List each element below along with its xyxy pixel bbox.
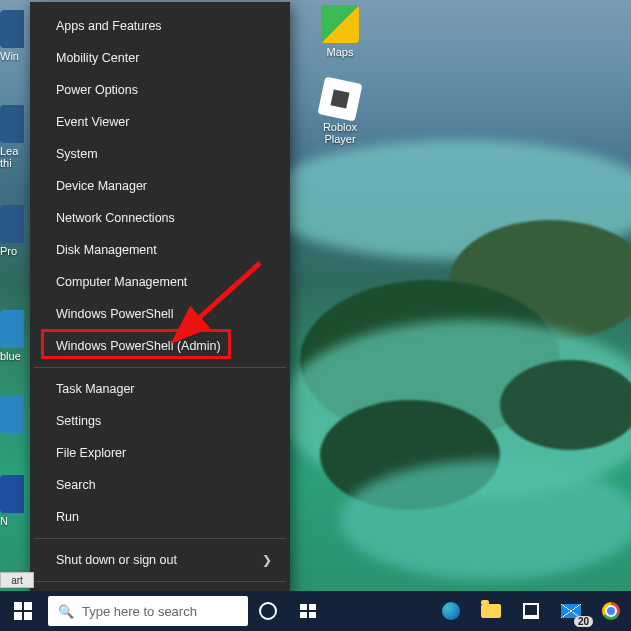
winx-disk-management[interactable]: Disk Management — [30, 234, 290, 266]
desktop-icon-partial[interactable]: Leathi — [0, 105, 24, 169]
icon-label: Roblox Player — [323, 121, 357, 145]
winx-power-options[interactable]: Power Options — [30, 74, 290, 106]
desktop-icon-partial[interactable]: Win — [0, 10, 24, 62]
chrome-icon — [602, 602, 620, 620]
winx-search[interactable]: Search — [30, 469, 290, 501]
taskbar-app-explorer[interactable] — [471, 591, 511, 631]
search-placeholder: Type here to search — [82, 604, 197, 619]
chevron-right-icon: ❯ — [262, 553, 272, 567]
menu-separator — [34, 538, 286, 539]
store-icon — [523, 603, 539, 619]
taskbar-app-mail[interactable]: 20 — [551, 591, 591, 631]
maps-icon — [321, 5, 359, 43]
edge-icon — [442, 602, 460, 620]
winx-device-manager[interactable]: Device Manager — [30, 170, 290, 202]
menu-separator — [34, 367, 286, 368]
cortana-icon — [259, 602, 277, 620]
taskbar-app-edge[interactable] — [431, 591, 471, 631]
roblox-icon — [317, 76, 362, 121]
desktop-icon-maps[interactable]: Maps — [310, 5, 370, 58]
mail-badge: 20 — [574, 616, 593, 627]
desktop-icon-partial[interactable]: N — [0, 475, 24, 527]
winx-network-connections[interactable]: Network Connections — [30, 202, 290, 234]
winx-event-viewer[interactable]: Event Viewer — [30, 106, 290, 138]
winx-mobility-center[interactable]: Mobility Center — [30, 42, 290, 74]
desktop-icon-partial[interactable] — [0, 395, 24, 435]
winx-settings[interactable]: Settings — [30, 405, 290, 437]
start-tooltip: art — [0, 572, 34, 588]
desktop-icon-partial[interactable]: blue — [0, 310, 24, 362]
winx-apps-features[interactable]: Apps and Features — [30, 10, 290, 42]
desktop-icon-partial[interactable]: Pro — [0, 205, 24, 257]
task-view-icon — [300, 604, 316, 618]
winx-menu: Apps and Features Mobility Center Power … — [30, 2, 290, 597]
winx-run[interactable]: Run — [30, 501, 290, 533]
winx-computer-management[interactable]: Computer Management — [30, 266, 290, 298]
cortana-button[interactable] — [248, 591, 288, 631]
taskbar-app-chrome[interactable] — [591, 591, 631, 631]
icon-label: Maps — [327, 46, 354, 58]
winx-file-explorer[interactable]: File Explorer — [30, 437, 290, 469]
winx-powershell-admin[interactable]: Windows PowerShell (Admin) — [30, 330, 290, 362]
windows-logo-icon — [14, 602, 32, 620]
task-view-button[interactable] — [288, 591, 328, 631]
search-icon: 🔍 — [58, 604, 74, 619]
desktop-icon-roblox[interactable]: Roblox Player — [310, 80, 370, 145]
winx-system[interactable]: System — [30, 138, 290, 170]
taskbar-search[interactable]: 🔍 Type here to search — [48, 596, 248, 626]
taskbar: 🔍 Type here to search 20 — [0, 591, 631, 631]
folder-icon — [481, 604, 501, 618]
winx-shutdown-submenu[interactable]: Shut down or sign out ❯ — [30, 544, 290, 576]
menu-separator — [34, 581, 286, 582]
taskbar-app-store[interactable] — [511, 591, 551, 631]
start-button[interactable] — [0, 591, 46, 631]
winx-task-manager[interactable]: Task Manager — [30, 373, 290, 405]
winx-powershell[interactable]: Windows PowerShell — [30, 298, 290, 330]
